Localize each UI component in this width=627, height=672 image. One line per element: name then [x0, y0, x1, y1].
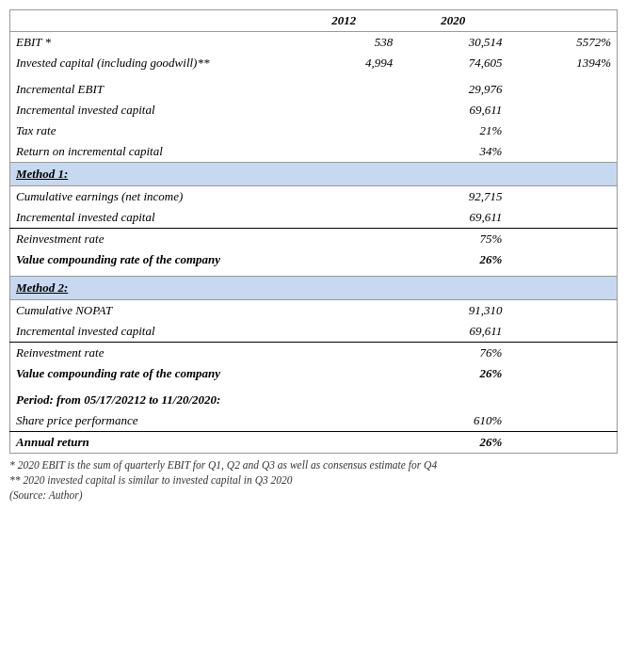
footnote-2: ** 2020 invested capital is similar to i… — [9, 472, 618, 488]
footnote-3: (Source: Author) — [9, 488, 618, 503]
incr-ebit-val: 29,976 — [398, 79, 507, 100]
invested-capital-row: Invested capital (including goodwill)** … — [10, 53, 618, 73]
incr-invested-val: 69,611 — [398, 100, 507, 120]
reinvest-m1-label: Reinvestment rate — [10, 229, 290, 250]
return-val: 34% — [398, 141, 507, 163]
tax-rate-val: 21% — [398, 120, 507, 141]
incr-invested-m1-val: 69,611 — [398, 207, 507, 229]
ebit-2012: 538 — [289, 32, 398, 54]
share-price-val: 610% — [398, 410, 507, 432]
vcr-m1-row: Value compounding rate of the company 26… — [10, 249, 618, 270]
reinvest-m2-row: Reinvestment rate 76% — [10, 343, 618, 364]
method2-header-row: Method 2: — [10, 277, 618, 300]
vcr-m2-label: Value compounding rate of the company — [10, 363, 290, 384]
incr-invested-m1-label: Incremental invested capital — [10, 207, 290, 229]
share-price-label: Share price performance — [10, 410, 290, 432]
tax-rate-label: Tax rate — [10, 120, 290, 141]
invested-2020: 74,605 — [398, 53, 507, 73]
header-label-col — [10, 10, 290, 32]
incr-invested-label: Incremental invested capital — [10, 100, 290, 120]
incr-ebit-row: Incremental EBIT 29,976 — [10, 79, 618, 100]
incr-invested-m2-val: 69,611 — [398, 321, 507, 343]
cum-nopat-label: Cumulative NOPAT — [10, 300, 290, 322]
footnote-1: * 2020 EBIT is the sum of quarterly EBIT… — [9, 457, 618, 472]
financial-table: 2012 2020 EBIT * 538 30,514 5572% Invest… — [9, 9, 618, 454]
header-2020: 2020 — [398, 10, 507, 32]
column-headers: 2012 2020 — [10, 10, 618, 32]
vcr-m2-row: Value compounding rate of the company 26… — [10, 363, 618, 384]
ebit-row: EBIT * 538 30,514 5572% — [10, 32, 618, 54]
cum-earnings-row: Cumulative earnings (net income) 92,715 — [10, 186, 618, 208]
cum-nopat-val: 91,310 — [398, 300, 507, 322]
reinvest-m1-val: 75% — [398, 229, 507, 250]
reinvest-m2-val: 76% — [398, 343, 507, 364]
period-label: Period: from 05/17/20212 to 11/20/2020: — [10, 390, 618, 410]
period-row: Period: from 05/17/20212 to 11/20/2020: — [10, 390, 618, 410]
method1-header-row: Method 1: — [10, 163, 618, 186]
ebit-pct: 5572% — [507, 32, 617, 54]
incr-invested-row: Incremental invested capital 69,611 — [10, 100, 618, 120]
vcr-m2-val: 26% — [398, 363, 507, 384]
footnotes-section: * 2020 EBIT is the sum of quarterly EBIT… — [9, 457, 618, 503]
incr-invested-m1-row: Incremental invested capital 69,611 — [10, 207, 618, 229]
invested-2012: 4,994 — [289, 53, 398, 73]
ebit-2020: 30,514 — [398, 32, 507, 54]
invested-pct: 1394% — [507, 53, 617, 73]
reinvest-m1-row: Reinvestment rate 75% — [10, 229, 618, 250]
vcr-m1-label: Value compounding rate of the company — [10, 249, 290, 270]
return-label: Return on incremental capital — [10, 141, 290, 163]
cum-earnings-label: Cumulative earnings (net income) — [10, 186, 290, 208]
incr-invested-m2-row: Incremental invested capital 69,611 — [10, 321, 618, 343]
method1-header-label: Method 1: — [10, 163, 618, 186]
header-empty — [507, 10, 617, 32]
share-price-row: Share price performance 610% — [10, 410, 618, 432]
tax-rate-row: Tax rate 21% — [10, 120, 618, 141]
cum-earnings-val: 92,715 — [398, 186, 507, 208]
annual-return-label: Annual return — [10, 432, 290, 454]
cum-nopat-row: Cumulative NOPAT 91,310 — [10, 300, 618, 322]
ebit-label: EBIT * — [10, 32, 290, 54]
invested-label: Invested capital (including goodwill)** — [10, 53, 290, 73]
method2-header-label: Method 2: — [10, 277, 618, 300]
incr-ebit-label: Incremental EBIT — [10, 79, 290, 100]
reinvest-m2-label: Reinvestment rate — [10, 343, 290, 364]
vcr-m1-val: 26% — [398, 249, 507, 270]
header-2012: 2012 — [289, 10, 398, 32]
incr-invested-m2-label: Incremental invested capital — [10, 321, 290, 343]
annual-return-row: Annual return 26% — [10, 432, 618, 454]
return-row: Return on incremental capital 34% — [10, 141, 618, 163]
annual-return-val: 26% — [398, 432, 507, 454]
incr-ebit-2012 — [289, 79, 398, 100]
